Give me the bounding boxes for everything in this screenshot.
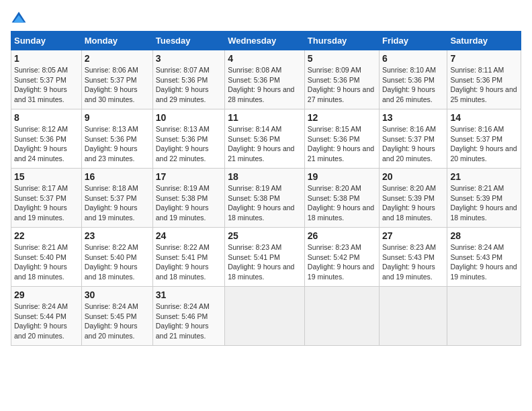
day-info: Sunrise: 8:21 AMSunset: 5:40 PMDaylight:…	[14, 243, 68, 281]
logo	[11, 11, 30, 27]
day-cell-14: 14 Sunrise: 8:16 AMSunset: 5:37 PMDaylig…	[447, 109, 521, 169]
day-info: Sunrise: 8:19 AMSunset: 5:38 PMDaylight:…	[156, 184, 210, 222]
day-cell-21: 21 Sunrise: 8:21 AMSunset: 5:39 PMDaylig…	[447, 169, 521, 228]
day-info: Sunrise: 8:24 AMSunset: 5:43 PMDaylight:…	[450, 243, 517, 281]
day-cell-19: 19 Sunrise: 8:20 AMSunset: 5:38 PMDaylig…	[304, 169, 379, 228]
day-number: 5	[308, 53, 376, 64]
day-number: 27	[382, 230, 444, 241]
day-header-friday: Friday	[380, 32, 447, 50]
day-info: Sunrise: 8:23 AMSunset: 5:43 PMDaylight:…	[382, 243, 436, 281]
empty-cell	[304, 287, 379, 346]
day-number: 30	[85, 289, 150, 300]
day-number: 20	[382, 171, 444, 182]
day-cell-20: 20 Sunrise: 8:20 AMSunset: 5:39 PMDaylig…	[380, 169, 447, 228]
day-info: Sunrise: 8:19 AMSunset: 5:38 PMDaylight:…	[228, 184, 294, 222]
day-info: Sunrise: 8:14 AMSunset: 5:36 PMDaylight:…	[228, 125, 294, 163]
day-cell-11: 11 Sunrise: 8:14 AMSunset: 5:36 PMDaylig…	[225, 109, 305, 169]
day-cell-22: 22 Sunrise: 8:21 AMSunset: 5:40 PMDaylig…	[11, 228, 82, 287]
day-number: 25	[228, 230, 302, 241]
day-cell-5: 5 Sunrise: 8:09 AMSunset: 5:36 PMDayligh…	[304, 50, 379, 109]
day-number: 17	[156, 171, 222, 182]
day-cell-28: 28 Sunrise: 8:24 AMSunset: 5:43 PMDaylig…	[447, 228, 521, 287]
day-number: 16	[85, 171, 150, 182]
day-cell-3: 3 Sunrise: 8:07 AMSunset: 5:36 PMDayligh…	[152, 50, 224, 109]
day-number: 2	[85, 53, 150, 64]
day-info: Sunrise: 8:24 AMSunset: 5:44 PMDaylight:…	[14, 302, 68, 340]
day-info: Sunrise: 8:20 AMSunset: 5:38 PMDaylight:…	[308, 184, 374, 222]
day-cell-30: 30 Sunrise: 8:24 AMSunset: 5:45 PMDaylig…	[81, 287, 152, 346]
day-info: Sunrise: 8:18 AMSunset: 5:37 PMDaylight:…	[85, 184, 138, 222]
day-number: 3	[156, 53, 222, 64]
day-cell-1: 1 Sunrise: 8:05 AMSunset: 5:37 PMDayligh…	[11, 50, 82, 109]
day-cell-10: 10 Sunrise: 8:13 AMSunset: 5:36 PMDaylig…	[152, 109, 224, 169]
day-header-tuesday: Tuesday	[152, 32, 224, 50]
day-cell-24: 24 Sunrise: 8:22 AMSunset: 5:41 PMDaylig…	[152, 228, 224, 287]
day-info: Sunrise: 8:16 AMSunset: 5:37 PMDaylight:…	[382, 125, 436, 163]
day-number: 21	[450, 171, 518, 182]
day-number: 28	[450, 230, 518, 241]
day-info: Sunrise: 8:09 AMSunset: 5:36 PMDaylight:…	[308, 66, 374, 103]
day-info: Sunrise: 8:24 AMSunset: 5:45 PMDaylight:…	[85, 302, 138, 340]
day-number: 19	[308, 171, 376, 182]
day-number: 4	[228, 53, 302, 64]
day-info: Sunrise: 8:08 AMSunset: 5:36 PMDaylight:…	[228, 66, 294, 103]
day-info: Sunrise: 8:07 AMSunset: 5:36 PMDaylight:…	[156, 66, 210, 103]
day-cell-27: 27 Sunrise: 8:23 AMSunset: 5:43 PMDaylig…	[380, 228, 447, 287]
day-cell-6: 6 Sunrise: 8:10 AMSunset: 5:36 PMDayligh…	[380, 50, 447, 109]
calendar-week-1: 1 Sunrise: 8:05 AMSunset: 5:37 PMDayligh…	[11, 50, 521, 109]
day-info: Sunrise: 8:11 AMSunset: 5:36 PMDaylight:…	[450, 66, 517, 103]
day-number: 14	[450, 112, 518, 123]
day-info: Sunrise: 8:22 AMSunset: 5:41 PMDaylight:…	[156, 243, 210, 281]
day-number: 18	[228, 171, 302, 182]
day-cell-18: 18 Sunrise: 8:19 AMSunset: 5:38 PMDaylig…	[225, 169, 305, 228]
day-cell-26: 26 Sunrise: 8:23 AMSunset: 5:42 PMDaylig…	[304, 228, 379, 287]
day-info: Sunrise: 8:06 AMSunset: 5:37 PMDaylight:…	[85, 66, 138, 103]
day-info: Sunrise: 8:15 AMSunset: 5:36 PMDaylight:…	[308, 125, 374, 163]
day-number: 22	[14, 230, 79, 241]
day-cell-13: 13 Sunrise: 8:16 AMSunset: 5:37 PMDaylig…	[380, 109, 447, 169]
day-info: Sunrise: 8:13 AMSunset: 5:36 PMDaylight:…	[156, 125, 210, 163]
day-number: 6	[382, 53, 444, 64]
day-header-thursday: Thursday	[304, 32, 379, 50]
day-number: 13	[382, 112, 444, 123]
day-cell-9: 9 Sunrise: 8:13 AMSunset: 5:36 PMDayligh…	[81, 109, 152, 169]
day-number: 23	[85, 230, 150, 241]
day-info: Sunrise: 8:16 AMSunset: 5:37 PMDaylight:…	[450, 125, 517, 163]
day-header-wednesday: Wednesday	[225, 32, 305, 50]
day-cell-2: 2 Sunrise: 8:06 AMSunset: 5:37 PMDayligh…	[81, 50, 152, 109]
day-number: 1	[14, 53, 79, 64]
day-info: Sunrise: 8:12 AMSunset: 5:36 PMDaylight:…	[14, 125, 68, 163]
calendar-week-3: 15 Sunrise: 8:17 AMSunset: 5:37 PMDaylig…	[11, 169, 521, 228]
day-number: 12	[308, 112, 376, 123]
day-info: Sunrise: 8:23 AMSunset: 5:41 PMDaylight:…	[228, 243, 294, 281]
day-number: 10	[156, 112, 222, 123]
day-cell-25: 25 Sunrise: 8:23 AMSunset: 5:41 PMDaylig…	[225, 228, 305, 287]
day-number: 15	[14, 171, 79, 182]
logo-icon	[11, 11, 27, 27]
day-number: 31	[156, 289, 222, 300]
day-cell-16: 16 Sunrise: 8:18 AMSunset: 5:37 PMDaylig…	[81, 169, 152, 228]
empty-cell	[447, 287, 521, 346]
day-number: 9	[85, 112, 150, 123]
calendar-week-2: 8 Sunrise: 8:12 AMSunset: 5:36 PMDayligh…	[11, 109, 521, 169]
day-info: Sunrise: 8:05 AMSunset: 5:37 PMDaylight:…	[14, 66, 68, 103]
day-number: 7	[450, 53, 518, 64]
day-info: Sunrise: 8:23 AMSunset: 5:42 PMDaylight:…	[308, 243, 374, 281]
empty-cell	[225, 287, 305, 346]
day-info: Sunrise: 8:13 AMSunset: 5:36 PMDaylight:…	[85, 125, 138, 163]
day-number: 26	[308, 230, 376, 241]
day-header-saturday: Saturday	[447, 32, 521, 50]
empty-cell	[380, 287, 447, 346]
calendar-week-5: 29 Sunrise: 8:24 AMSunset: 5:44 PMDaylig…	[11, 287, 521, 346]
day-number: 11	[228, 112, 302, 123]
day-cell-12: 12 Sunrise: 8:15 AMSunset: 5:36 PMDaylig…	[304, 109, 379, 169]
day-info: Sunrise: 8:21 AMSunset: 5:39 PMDaylight:…	[450, 184, 517, 222]
day-cell-4: 4 Sunrise: 8:08 AMSunset: 5:36 PMDayligh…	[225, 50, 305, 109]
day-info: Sunrise: 8:10 AMSunset: 5:36 PMDaylight:…	[382, 66, 436, 103]
day-info: Sunrise: 8:24 AMSunset: 5:46 PMDaylight:…	[156, 302, 210, 340]
day-number: 8	[14, 112, 79, 123]
day-cell-23: 23 Sunrise: 8:22 AMSunset: 5:40 PMDaylig…	[81, 228, 152, 287]
day-cell-8: 8 Sunrise: 8:12 AMSunset: 5:36 PMDayligh…	[11, 109, 82, 169]
calendar-week-4: 22 Sunrise: 8:21 AMSunset: 5:40 PMDaylig…	[11, 228, 521, 287]
day-cell-29: 29 Sunrise: 8:24 AMSunset: 5:44 PMDaylig…	[11, 287, 82, 346]
